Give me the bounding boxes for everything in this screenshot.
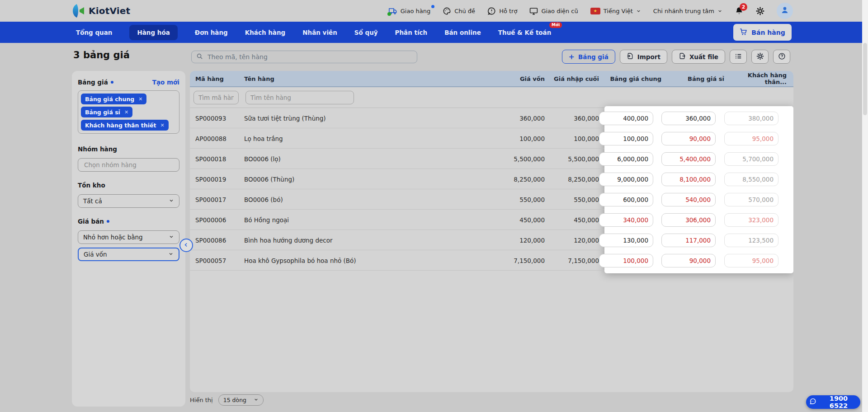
- close-icon[interactable]: ✕: [124, 109, 128, 115]
- sale-price-label: Giá bán: [78, 218, 179, 225]
- add-price-list-button[interactable]: + Bảng giá: [562, 50, 615, 64]
- product-code: SP000006: [195, 216, 244, 224]
- table-row[interactable]: SP000086 Bình hoa hướng dương decor 120,…: [190, 230, 793, 250]
- column-header-cost[interactable]: Giá vốn: [481, 75, 545, 82]
- table-row[interactable]: SP000006 Bó Hồng ngoại 450,000 450,000: [190, 210, 793, 230]
- product-code: SP000017: [195, 196, 244, 203]
- vip-price-input[interactable]: [724, 173, 778, 186]
- old-ui-menu[interactable]: Giao diện cũ: [529, 7, 578, 15]
- table-row[interactable]: SP000019 BO0006 (Thùng) 8,250,000 8,250,…: [190, 169, 793, 189]
- hotline-number: 1900 6522: [820, 395, 858, 409]
- vip-price-input[interactable]: [724, 152, 778, 166]
- nav-item-label: Bán online: [444, 29, 481, 36]
- person-icon: [780, 5, 789, 16]
- vip-price-input[interactable]: [724, 132, 778, 145]
- nav-item[interactable]: Bán online: [444, 25, 481, 40]
- selected-price-lists[interactable]: Bảng giá chung ✕ Bảng giá sỉ ✕ Khách hàn…: [78, 90, 179, 134]
- page-scrollbar[interactable]: [862, 0, 868, 412]
- wholesale-price-input[interactable]: [661, 234, 716, 247]
- general-price-input[interactable]: [599, 132, 653, 145]
- vip-price-input[interactable]: [724, 112, 778, 125]
- close-icon[interactable]: ✕: [138, 96, 142, 102]
- price-reference-value: Giá vốn: [84, 251, 168, 258]
- filter-name-input[interactable]: [245, 91, 354, 104]
- price-list-tag[interactable]: Bảng giá sỉ ✕: [81, 107, 132, 117]
- price-reference-select[interactable]: Giá vốn: [78, 248, 179, 261]
- product-search-input[interactable]: [207, 53, 412, 61]
- general-price-input[interactable]: [599, 254, 653, 267]
- vip-price-input[interactable]: [724, 193, 778, 206]
- wholesale-price-input[interactable]: [661, 213, 716, 227]
- wholesale-price-input[interactable]: [661, 112, 716, 125]
- stock-select[interactable]: Tất cả: [78, 194, 179, 208]
- price-list-tag[interactable]: Bảng giá chung ✕: [81, 94, 146, 104]
- notifications-button[interactable]: 2: [735, 6, 744, 15]
- general-price-input[interactable]: [599, 152, 653, 166]
- table-row[interactable]: SP000093 Sữa tươi tiệt trùng (Thùng) 360…: [190, 108, 793, 128]
- table-row[interactable]: SP000018 BO0006 (lọ) 5,500,000 5,500,000: [190, 149, 793, 169]
- create-price-list-link[interactable]: Tạo mới: [152, 79, 179, 86]
- general-price-input[interactable]: [599, 234, 653, 247]
- chevron-left-icon: [183, 242, 189, 249]
- filter-code-input[interactable]: [193, 91, 239, 104]
- support-menu[interactable]: Hỗ trợ: [487, 7, 517, 15]
- wholesale-price-input[interactable]: [661, 254, 716, 267]
- settings-button[interactable]: [756, 7, 764, 15]
- vip-price-input[interactable]: [724, 234, 778, 247]
- sell-button[interactable]: Bán hàng: [733, 24, 792, 41]
- general-price-input[interactable]: [599, 193, 653, 206]
- nav-item[interactable]: Nhân viên: [302, 25, 337, 40]
- nav-item[interactable]: Thuế & Kế toán Mới: [498, 25, 552, 40]
- nav-item[interactable]: Phân tích: [395, 25, 428, 40]
- column-header-last-price[interactable]: Giá nhập cuối: [545, 75, 599, 82]
- nav-item[interactable]: Hàng hóa: [129, 25, 177, 40]
- product-group-input[interactable]: [83, 161, 174, 169]
- column-header-vip-price[interactable]: Khách hàng thân...: [724, 72, 787, 85]
- nav-item[interactable]: Tổng quan: [76, 25, 112, 40]
- column-header-general-price[interactable]: Bảng giá chung: [599, 75, 661, 82]
- page-size-select[interactable]: 15 dòng: [218, 394, 264, 406]
- table-row[interactable]: SP000057 Hoa khô Gypsophila bó hoa nhỏ (…: [190, 250, 793, 271]
- nav-item[interactable]: Sổ quỹ: [354, 25, 378, 40]
- general-price-input[interactable]: [599, 112, 653, 125]
- table-row[interactable]: SP000017 BO0006 (bó) 550,000 550,000: [190, 189, 793, 210]
- question-icon: [778, 52, 786, 61]
- close-icon[interactable]: ✕: [160, 122, 164, 128]
- help-button[interactable]: [773, 50, 790, 64]
- price-operator-select[interactable]: Nhỏ hơn hoặc bằng: [78, 230, 179, 244]
- vip-price-input[interactable]: [724, 213, 778, 227]
- scrollbar-thumb[interactable]: [863, 43, 867, 115]
- last-purchase-price: 5,500,000: [545, 155, 599, 163]
- price-list-tag[interactable]: Khách hàng thân thiết ✕: [81, 120, 169, 131]
- delivery-menu[interactable]: Giao hàng: [389, 7, 430, 15]
- column-header-name[interactable]: Tên hàng: [244, 75, 481, 82]
- wholesale-price-input[interactable]: [661, 173, 716, 186]
- main-nav: Tổng quan Hàng hóa Đơn hàng Khách hàng N…: [0, 22, 862, 43]
- support-hotline-button[interactable]: 1900 6522: [806, 395, 860, 409]
- user-avatar[interactable]: [777, 3, 793, 19]
- sidebar-collapse-button[interactable]: [179, 239, 193, 252]
- vip-price-input[interactable]: [724, 254, 778, 267]
- general-price-input[interactable]: [599, 213, 653, 227]
- theme-menu[interactable]: Chủ đề: [443, 7, 475, 15]
- language-selector[interactable]: ★ Tiếng Việt: [590, 8, 641, 14]
- wholesale-price-input[interactable]: [661, 193, 716, 206]
- wholesale-price-input[interactable]: [661, 132, 716, 145]
- table-settings-button[interactable]: [751, 50, 769, 64]
- column-settings-button[interactable]: [730, 50, 747, 64]
- general-price-input[interactable]: [599, 173, 653, 186]
- export-button[interactable]: Xuất file: [672, 50, 725, 64]
- nav-item[interactable]: Khách hàng: [245, 25, 286, 40]
- product-name: BO0006 (lọ): [244, 155, 481, 163]
- product-name: Sữa tươi tiệt trùng (Thùng): [244, 115, 481, 122]
- kiotviet-logo[interactable]: KiotViet: [73, 4, 130, 18]
- nav-items: Tổng quan Hàng hóa Đơn hàng Khách hàng N…: [76, 25, 551, 40]
- import-button[interactable]: Import: [620, 50, 667, 64]
- pagination-footer: Hiển thị 15 dòng: [190, 394, 264, 406]
- branch-selector[interactable]: Chi nhánh trung tâm: [653, 8, 722, 14]
- table-row[interactable]: AP000088 Lọ hoa trắng 100,000 100,000: [190, 128, 793, 149]
- column-header-wholesale-price[interactable]: Bảng giá sỉ: [661, 75, 724, 82]
- column-header-code[interactable]: Mã hàng: [195, 75, 244, 82]
- wholesale-price-input[interactable]: [661, 152, 716, 166]
- nav-item[interactable]: Đơn hàng: [195, 25, 228, 40]
